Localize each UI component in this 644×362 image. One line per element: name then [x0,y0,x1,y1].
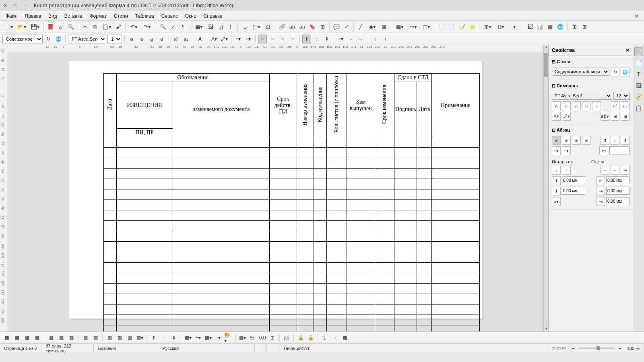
more2-icon[interactable]: ⊞ [621,112,630,121]
insert-row-above-icon[interactable]: ▦ [2,333,11,342]
manage-tab-icon[interactable]: 📋 [634,104,643,113]
table-cell[interactable] [394,273,417,284]
table-cell[interactable] [375,263,394,273]
table-cell[interactable] [375,148,394,158]
cell-ref[interactable]: Таблица2:A1 [279,344,547,352]
table-cell[interactable] [173,200,269,210]
table-cell[interactable] [116,304,173,315]
table-row[interactable] [103,304,479,315]
th-notice[interactable]: ИЗВЕЩЕНИЯ [116,82,173,129]
bg-color-icon[interactable]: ▭ [599,146,608,155]
table-cell[interactable] [297,169,314,179]
table-row[interactable] [103,158,479,169]
table-cell[interactable] [417,315,432,325]
font-color-icon[interactable]: A▾ [552,112,561,121]
line-spacing-icon[interactable]: ≡▾ [336,35,345,43]
superscript-icon[interactable]: a² [611,101,619,110]
align-left-icon[interactable]: ≡ [258,35,267,43]
spacing-top-icon[interactable]: ⬆ [552,176,561,185]
table-cell[interactable] [314,210,326,221]
menu-window[interactable]: Окно [182,12,200,20]
page-tab-icon[interactable]: 📄 [634,59,643,68]
th-kod[interactable]: Код изменения [314,74,326,137]
table-cell[interactable] [347,200,375,210]
doc1-icon[interactable]: 📄 [438,23,446,31]
spellcheck-icon[interactable]: ✓ [169,23,178,31]
table-cell[interactable] [314,158,326,169]
table-cell[interactable] [297,242,314,252]
table-cell[interactable] [173,315,269,325]
props-icon[interactable]: ▦ [341,333,349,342]
table-cell[interactable] [347,325,375,331]
open-icon[interactable]: 📂▾ [16,23,28,31]
th-data2[interactable]: Дата [417,82,432,137]
close-icon[interactable]: ✕ [625,47,630,53]
table-cell[interactable] [297,304,314,315]
valign-mid-icon[interactable]: ↕ [312,35,321,43]
table-cell[interactable] [326,221,347,231]
menu-file[interactable]: Файл [2,12,21,20]
table-row[interactable] [103,169,479,179]
table-cell[interactable] [173,325,269,331]
vertical-scrollbar[interactable]: ▲ ▼ [543,45,548,331]
table-cell[interactable] [417,263,432,273]
table-cell[interactable] [347,179,375,189]
table-cell[interactable] [432,252,479,263]
table-cell[interactable] [432,137,479,148]
table-cell[interactable] [314,304,326,315]
scroll-down-icon[interactable]: ▼ [544,327,549,331]
highlight-icon[interactable]: 🖍▾ [220,35,229,43]
bg-color-table-icon[interactable]: 🎨▾ [224,333,233,342]
table-cell[interactable] [375,304,394,315]
table-cell[interactable] [269,273,297,284]
table-cell[interactable] [269,221,297,231]
valign-top-icon[interactable]: ⬆ [601,136,609,145]
table-cell[interactable] [347,231,375,242]
menu-help[interactable]: Справка [200,12,226,20]
table-cell[interactable] [269,252,297,263]
table-cell[interactable] [314,200,326,210]
merge-cells-icon[interactable]: ▦ [105,333,114,342]
table-row[interactable] [103,273,479,284]
table-cell[interactable] [116,148,173,158]
table-cell[interactable] [417,200,432,210]
new-icon[interactable]: 📄▾ [2,23,14,31]
hanging-icon[interactable]: ⇥ [621,166,630,175]
table-cell[interactable] [103,189,116,200]
table-cell[interactable] [417,294,432,304]
number-format-icon[interactable]: 0,0 [258,333,267,342]
table-cell[interactable] [173,137,269,148]
find-icon[interactable]: 🔍 [159,23,167,31]
line-spacing-icon[interactable]: ≡▾ [552,197,561,206]
table-row[interactable] [103,210,479,221]
table-cell[interactable] [314,137,326,148]
word-count[interactable]: 37 слов, 212 символов [41,344,94,352]
form-icon[interactable]: ▦ [380,23,388,31]
highlight-icon[interactable]: 🖍▾ [562,112,571,121]
undo-icon[interactable]: ↶▾ [128,23,140,31]
table-cell[interactable] [432,148,479,158]
table-cell[interactable] [269,137,297,148]
table-cell[interactable] [347,294,375,304]
valign-mid-icon[interactable]: ↕ [611,136,619,145]
table-cell[interactable] [375,158,394,169]
indent-right-input[interactable]: 0,00 мм [606,187,630,195]
doc2-icon[interactable]: 📄 [448,23,456,31]
table-cell[interactable] [375,242,394,252]
subscript-icon[interactable]: a₂ [182,35,190,43]
font-name-combo[interactable]: PT Astra Serif [68,35,106,43]
table-cell[interactable] [417,221,432,231]
table-cell[interactable] [103,252,116,263]
table-cell[interactable] [394,252,417,263]
zoom-in-icon[interactable]: + [617,346,623,351]
table-cell[interactable] [116,242,173,252]
table-cell[interactable] [347,304,375,315]
table-cell[interactable] [297,284,314,294]
edit-style-icon[interactable]: 🌐 [621,68,630,76]
th-srokizm[interactable]: Срок изменения [375,74,394,137]
table-row[interactable] [103,221,479,231]
indent-left-input[interactable]: 0,00 мм [606,176,630,184]
table-cell[interactable] [326,169,347,179]
table-cell[interactable] [173,158,269,169]
close-icon[interactable]: ✕ [2,3,8,8]
